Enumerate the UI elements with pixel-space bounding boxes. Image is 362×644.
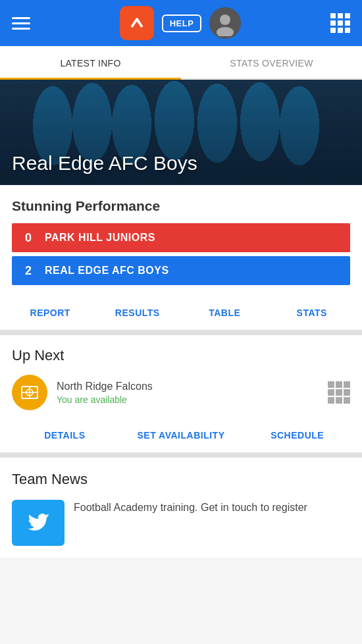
svg-point-0: [220, 14, 230, 25]
tab-bar: LATEST INFO STATS OVERVIEW: [0, 46, 362, 80]
tab-latest-info[interactable]: LATEST INFO: [0, 46, 181, 78]
away-team-name: PARK HILL JUNIORS: [45, 232, 350, 244]
twitter-icon[interactable]: [12, 500, 65, 546]
tab-stats-overview[interactable]: STATS OVERVIEW: [181, 46, 362, 78]
stats-link[interactable]: STATS: [269, 305, 356, 321]
help-button[interactable]: HELP: [162, 14, 202, 32]
performance-section: Stunning Performance 0 PARK HILL JUNIORS…: [0, 185, 362, 296]
avatar[interactable]: [209, 7, 241, 39]
apps-grid-icon[interactable]: [330, 13, 350, 33]
table-link[interactable]: TABLE: [181, 305, 269, 321]
section-divider-1: [0, 330, 362, 335]
opponent-name: North Ridge Falcons: [57, 381, 319, 392]
score-row-home: 2 REAL EDGE AFC BOYS: [12, 256, 350, 285]
hamburger-menu-icon[interactable]: [12, 17, 30, 30]
section-divider-2: [0, 452, 362, 458]
results-link[interactable]: RESULTS: [94, 305, 182, 321]
up-next-row: North Ridge Falcons You are available: [12, 375, 350, 410]
top-navigation: HELP: [0, 0, 362, 46]
home-team-name: REAL EDGE AFC BOYS: [45, 265, 350, 277]
away-score: 0: [12, 231, 45, 245]
news-item: Football Academy training. Get in touch …: [12, 500, 350, 546]
schedule-link[interactable]: SCHEDULE: [239, 427, 355, 443]
nav-center: HELP: [120, 6, 242, 40]
home-score: 2: [12, 264, 45, 278]
performance-title: Stunning Performance: [12, 198, 350, 214]
opponent-team-icon: [12, 375, 47, 410]
opponent-team-info: North Ridge Falcons You are available: [57, 381, 319, 405]
action-links-bar: REPORT RESULTS TABLE STATS: [0, 296, 362, 330]
up-next-title: Up Next: [12, 347, 350, 364]
svg-point-1: [217, 27, 234, 36]
report-link[interactable]: REPORT: [7, 305, 94, 321]
details-link[interactable]: DETAILS: [7, 427, 123, 443]
news-item-text: Football Academy training. Get in touch …: [74, 500, 350, 516]
options-grid-icon[interactable]: [328, 381, 350, 404]
logo-badge[interactable]: [120, 6, 154, 40]
team-news-title: Team News: [12, 471, 350, 488]
hero-team-name: Real Edge AFC Boys: [12, 152, 197, 174]
availability-status: You are available: [57, 394, 319, 405]
team-news-section: Team News Football Academy training. Get…: [0, 458, 362, 558]
score-row-away: 0 PARK HILL JUNIORS: [12, 223, 350, 252]
hero-section: Real Edge AFC Boys: [0, 80, 362, 185]
up-next-section: Up Next North Ridge Falcons You are avai…: [0, 335, 362, 419]
set-availability-link[interactable]: SET AVAILABILITY: [123, 427, 240, 443]
up-next-links-bar: DETAILS SET AVAILABILITY SCHEDULE: [0, 419, 362, 452]
